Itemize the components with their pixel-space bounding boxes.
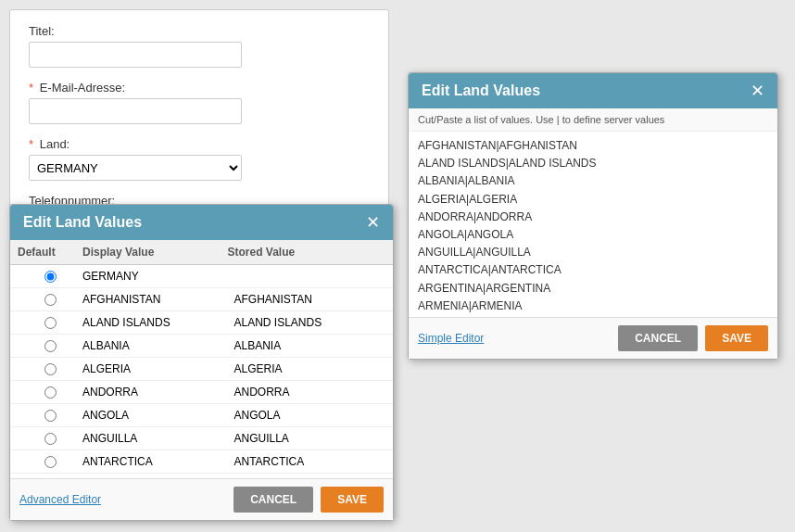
default-radio-germany[interactable]: [44, 271, 57, 283]
modal-left-header: Edit Land Values ✕: [10, 205, 393, 240]
email-group: * E-Mail-Adresse:: [29, 81, 370, 124]
display-value: ANDORRA: [82, 386, 234, 399]
land-required-mark: *: [29, 137, 33, 151]
default-radio-angola[interactable]: [44, 410, 57, 422]
stored-value: ANDORRA: [234, 386, 386, 399]
value-line: ANTARCTICA|ANTARCTICA: [418, 261, 753, 279]
stored-value: ALBANIA: [234, 339, 386, 352]
table-row: ANGOLA ANGOLA: [10, 404, 393, 427]
radio-cell: [18, 363, 82, 375]
default-radio-antarctica[interactable]: [44, 456, 57, 468]
table-row: ALGERIA ALGERIA: [10, 358, 393, 381]
modal-right-footer-buttons: CANCEL SAVE: [618, 325, 768, 351]
land-select[interactable]: GERMANY: [29, 155, 242, 181]
modal-left-table-body: GERMANY AFGHANISTAN AFGHANISTAN ALAND IS…: [10, 265, 393, 478]
display-value: ANGUILLA: [82, 432, 234, 445]
radio-cell: [18, 433, 82, 445]
titel-group: Titel:: [29, 24, 370, 68]
radio-cell: [18, 410, 82, 422]
radio-cell: [18, 456, 82, 468]
email-required-mark: *: [29, 81, 33, 95]
display-value: ALAND ISLANDS: [82, 316, 234, 329]
display-value: ALGERIA: [82, 362, 234, 375]
modal-left-title: Edit Land Values: [23, 214, 142, 231]
radio-cell: [18, 317, 82, 329]
col-stored-header: Stored Value: [228, 246, 373, 259]
value-line: ALBANIA|ALBANIA: [418, 172, 753, 190]
table-row: ALBANIA ALBANIA: [10, 335, 393, 358]
value-line: ANGOLA|ANGOLA: [418, 226, 753, 244]
stored-value: ALGERIA: [234, 362, 386, 375]
modal-right: Edit Land Values ✕ Cut/Paste a list of v…: [408, 72, 778, 360]
table-row: ALAND ISLANDS ALAND ISLANDS: [10, 311, 393, 335]
display-value: ANTARCTICA: [82, 455, 234, 468]
simple-editor-link[interactable]: Simple Editor: [418, 332, 484, 345]
modal-right-save-button[interactable]: SAVE: [705, 325, 768, 351]
email-input[interactable]: [29, 98, 242, 124]
value-line: ARGENTINA|ARGENTINA: [418, 280, 753, 298]
table-row: GERMANY: [10, 265, 393, 288]
table-row: AFGHANISTAN AFGHANISTAN: [10, 288, 393, 311]
default-radio-aland[interactable]: [44, 317, 57, 329]
modal-right-title: Edit Land Values: [422, 82, 540, 99]
value-line: AFGHANISTAN|AFGHANISTAN: [418, 137, 753, 155]
radio-cell: [18, 294, 82, 306]
land-group: * Land: GERMANY: [29, 137, 370, 181]
value-line: ALAND ISLANDS|ALAND ISLANDS: [418, 155, 753, 172]
display-value: ANGOLA: [82, 409, 234, 422]
value-line: ANGUILLA|ANGUILLA: [418, 244, 753, 261]
modal-left-save-button[interactable]: SAVE: [321, 487, 384, 513]
modal-left: Edit Land Values ✕ Default Display Value…: [9, 204, 394, 521]
titel-input[interactable]: [29, 42, 242, 68]
value-line: ARUBA|ARUBA: [418, 315, 753, 317]
modal-left-table-header: Default Display Value Stored Value: [10, 240, 393, 265]
modal-left-close-button[interactable]: ✕: [366, 214, 380, 231]
modal-right-footer: Simple Editor CANCEL SAVE: [409, 317, 777, 359]
default-radio-afghanistan[interactable]: [44, 294, 57, 306]
titel-label: Titel:: [29, 24, 370, 38]
table-row: ANGUILLA ANGUILLA: [10, 427, 393, 450]
col-scroll-spacer: [372, 246, 385, 259]
display-value: AFGHANISTAN: [82, 293, 234, 306]
table-row: ANTARCTICA ANTARCTICA: [10, 450, 393, 474]
modal-right-header: Edit Land Values ✕: [409, 73, 777, 108]
value-line: ANDORRA|ANDORRA: [418, 209, 753, 226]
modal-right-cancel-button[interactable]: CANCEL: [618, 325, 698, 351]
radio-cell: [18, 340, 82, 352]
radio-cell: [18, 386, 82, 399]
radio-cell: [18, 271, 82, 283]
modal-right-values-area[interactable]: AFGHANISTAN|AFGHANISTAN ALAND ISLANDS|AL…: [409, 132, 777, 317]
values-inner: AFGHANISTAN|AFGHANISTAN ALAND ISLANDS|AL…: [418, 137, 768, 317]
default-radio-algeria[interactable]: [44, 363, 57, 375]
col-default-header: Default: [18, 246, 82, 259]
modal-left-footer-buttons: CANCEL SAVE: [233, 487, 384, 513]
table-row: ANDORRA ANDORRA: [10, 381, 393, 404]
value-line: ARMENIA|ARMENIA: [418, 298, 753, 315]
modal-left-cancel-button[interactable]: CANCEL: [233, 487, 313, 513]
stored-value: ANTARCTICA: [234, 455, 386, 468]
email-label: * E-Mail-Adresse:: [29, 81, 370, 95]
stored-value: ANGOLA: [234, 409, 386, 422]
value-line: ALGERIA|ALGERIA: [418, 191, 753, 209]
default-radio-albania[interactable]: [44, 340, 57, 352]
display-value: GERMANY: [82, 270, 234, 283]
display-value: ALBANIA: [82, 339, 234, 352]
advanced-editor-link[interactable]: Advanced Editor: [19, 493, 101, 506]
default-radio-andorra[interactable]: [44, 386, 57, 399]
col-display-header: Display Value: [82, 246, 228, 259]
land-label: * Land:: [29, 137, 370, 151]
stored-value: AFGHANISTAN: [234, 293, 386, 306]
table-row: ARGENTINA ARGENTINA: [10, 474, 393, 478]
stored-value: ALAND ISLANDS: [234, 316, 386, 329]
modal-right-hint: Cut/Paste a list of values. Use | to def…: [409, 108, 777, 132]
modal-right-close-button[interactable]: ✕: [751, 82, 764, 99]
stored-value: ANGUILLA: [234, 432, 386, 445]
default-radio-anguilla[interactable]: [44, 433, 57, 445]
modal-left-footer: Advanced Editor CANCEL SAVE: [10, 478, 393, 520]
